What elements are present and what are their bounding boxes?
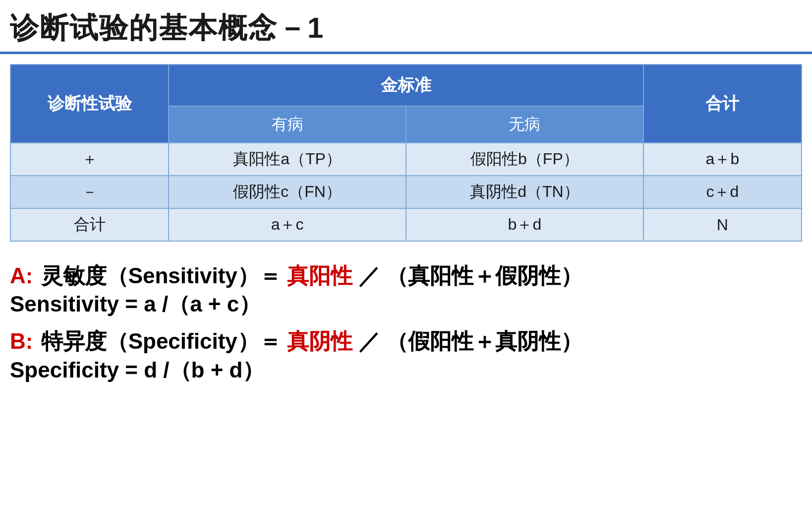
formula-a-sub: Sensitivity = a /（a + c） <box>10 290 802 318</box>
cell-n: N <box>643 208 802 241</box>
formula-b-block: B: 特异度（Specificity）＝ 真阴性 ／ （假阳性＋真阴性） Spe… <box>10 327 802 383</box>
formula-a-text1: 灵敏度（Sensitivity）＝ <box>35 261 287 290</box>
header-total: 合计 <box>643 64 802 143</box>
formula-a-text2: ／ （真阳性＋假阴性） <box>352 261 582 290</box>
formula-a-line1: A: 灵敏度（Sensitivity）＝ 真阳性 ／ （真阳性＋假阴性） <box>10 261 802 290</box>
subheader-sick: 有病 <box>169 106 406 143</box>
cell-tp: 真阳性a（TP） <box>169 143 406 176</box>
cell-ac: a＋c <box>169 208 406 241</box>
cell-bd: b＋d <box>406 208 643 241</box>
formula-b-text2: ／ （假阳性＋真阴性） <box>352 327 582 355</box>
subheader-nosick: 无病 <box>406 106 643 143</box>
cell-ab: a＋b <box>643 143 802 176</box>
page-container: 诊断试验的基本概念－1 诊断性试验 金标准 合计 有病 无病 <box>0 0 812 508</box>
formula-a-label: A: <box>10 261 33 290</box>
cell-tn: 真阴性d（TN） <box>406 176 643 208</box>
header-diag: 诊断性试验 <box>10 64 169 143</box>
table-header-row: 诊断性试验 金标准 合计 <box>10 64 802 106</box>
table-row: － 假阴性c（FN） 真阴性d（TN） c＋d <box>10 176 802 208</box>
formula-b-label: B: <box>10 327 33 355</box>
formula-a-block: A: 灵敏度（Sensitivity）＝ 真阳性 ／ （真阳性＋假阴性） Sen… <box>10 261 802 318</box>
page-title: 诊断试验的基本概念－1 <box>0 0 812 52</box>
cell-cd: c＋d <box>643 176 802 208</box>
diagnostic-table: 诊断性试验 金标准 合计 有病 无病 ＋ 真阳性a（TP） 假阳性b（FP） a… <box>10 64 802 242</box>
header-gold-standard: 金标准 <box>169 64 643 106</box>
table-row: ＋ 真阳性a（TP） 假阳性b（FP） a＋b <box>10 143 802 176</box>
main-table-wrapper: 诊断性试验 金标准 合计 有病 无病 ＋ 真阳性a（TP） 假阳性b（FP） a… <box>0 64 812 242</box>
formula-b-sub: Specificity = d /（b + d） <box>10 356 802 384</box>
formula-a-highlight: 真阳性 <box>287 261 352 290</box>
cell-neg: － <box>10 176 169 208</box>
title-separator <box>0 52 812 54</box>
formula-b-line1: B: 特异度（Specificity）＝ 真阴性 ／ （假阳性＋真阴性） <box>10 327 802 355</box>
cell-total: 合计 <box>10 208 169 241</box>
cell-pos: ＋ <box>10 143 169 176</box>
cell-fp: 假阳性b（FP） <box>406 143 643 176</box>
formula-b-text1: 特异度（Specificity）＝ <box>35 327 287 355</box>
table-row: 合计 a＋c b＋d N <box>10 208 802 241</box>
formulas-section: A: 灵敏度（Sensitivity）＝ 真阳性 ／ （真阳性＋假阴性） Sen… <box>0 256 812 384</box>
formula-b-highlight: 真阴性 <box>287 327 352 355</box>
cell-fn: 假阴性c（FN） <box>169 176 406 208</box>
